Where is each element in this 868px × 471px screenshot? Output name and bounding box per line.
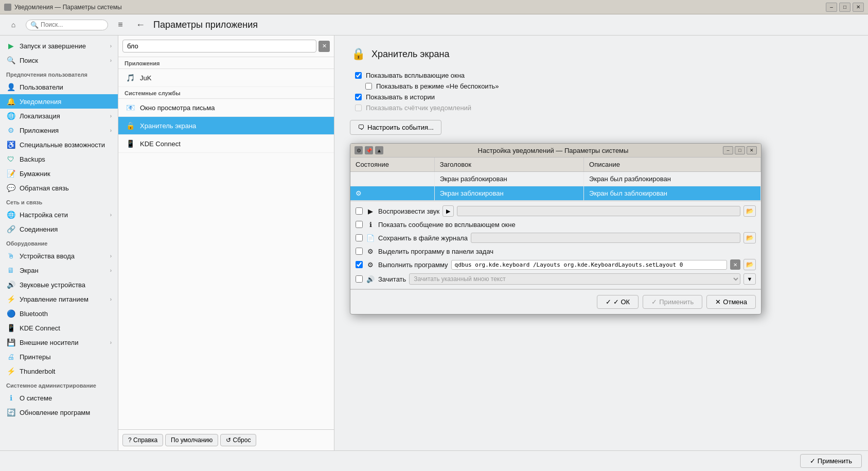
dialog-apply-button[interactable]: ✓ Применить bbox=[643, 295, 702, 309]
thunderbolt-icon: ⚡ bbox=[6, 367, 15, 376]
sidebar-item-notepad[interactable]: 📝 Бумажник bbox=[0, 166, 118, 181]
show-history-label: Показывать в истории bbox=[366, 93, 435, 101]
defaults-button[interactable]: По умолчанию bbox=[165, 434, 218, 446]
configure-events-icon: 🗨 bbox=[358, 124, 364, 131]
sidebar-item-label: Приложения bbox=[20, 127, 106, 134]
search-icon: 🔍 bbox=[30, 21, 39, 29]
sidebar-item-bluetooth[interactable]: 🔵 Bluetooth bbox=[0, 306, 118, 321]
sidebar-item-search[interactable]: 🔍 Поиск › bbox=[0, 53, 118, 67]
sidebar-item-locale[interactable]: 🌐 Локализация › bbox=[0, 109, 118, 123]
show-counter-checkbox[interactable] bbox=[355, 104, 362, 111]
sidebar-item-thunderbolt[interactable]: ⚡ Thunderbolt bbox=[0, 364, 118, 378]
sound-file-input[interactable] bbox=[457, 206, 740, 216]
search-input[interactable] bbox=[41, 21, 102, 28]
execute-program-checkbox[interactable] bbox=[356, 261, 363, 268]
sidebar-item-label: Обновление программ bbox=[20, 409, 112, 416]
apps-icon: ⚙ bbox=[6, 126, 15, 135]
back-button[interactable]: ← bbox=[133, 19, 148, 31]
sidebar-section-admin: Системное администрирование bbox=[0, 378, 118, 391]
sidebar-item-printers[interactable]: 🖨 Принтеры bbox=[0, 350, 118, 364]
list-item-juk[interactable]: 🎵 JuK bbox=[118, 69, 334, 87]
sidebar-item-label: Поиск bbox=[20, 57, 106, 64]
execute-clear-button[interactable]: ✕ bbox=[730, 259, 740, 270]
execute-program-input[interactable] bbox=[451, 260, 727, 270]
save-log-checkbox[interactable] bbox=[356, 234, 363, 241]
sidebar-item-accessibility[interactable]: ♿ Специальные возможности bbox=[0, 137, 118, 152]
execute-file-browse-button[interactable]: 📂 bbox=[743, 259, 756, 270]
col-desc: Описание bbox=[584, 158, 761, 172]
printers-icon: 🖨 bbox=[6, 352, 15, 361]
list-item-kde-connect2[interactable]: 📱 KDE Connect bbox=[118, 135, 334, 153]
sidebar-item-display[interactable]: 🖥 Экран › bbox=[0, 263, 118, 277]
sound-file-browse-button[interactable]: 📂 bbox=[743, 205, 756, 217]
show-popups-checkbox[interactable] bbox=[355, 72, 362, 79]
sidebar-item-label: Внешние носители bbox=[20, 339, 106, 346]
play-preview-button[interactable]: ▶ bbox=[442, 205, 454, 217]
table-row[interactable]: Экран разблокирован Экран был разблокиро… bbox=[350, 172, 761, 186]
backups-icon: 🛡 bbox=[6, 154, 15, 164]
sidebar-item-kde-connect[interactable]: 📱 KDE Connect bbox=[0, 321, 118, 335]
say-checkbox[interactable] bbox=[356, 275, 363, 283]
sidebar-item-label: Уведомления bbox=[20, 98, 112, 106]
help-button[interactable]: ? Справка bbox=[122, 434, 163, 446]
list-item-screensaver[interactable]: 🔒 Хранитель экрана bbox=[118, 117, 334, 135]
option-highlight-taskbar: ⚙ Выделить программу в панели задач bbox=[356, 247, 756, 256]
play-sound-checkbox[interactable] bbox=[356, 207, 363, 215]
sidebar-item-launch[interactable]: ▶ Запуск и завершение › bbox=[0, 39, 118, 53]
sidebar-item-backups[interactable]: 🛡 Backups bbox=[0, 152, 118, 166]
search-panel-footer: ? Справка По умолчанию ↺ Сброс bbox=[118, 429, 334, 450]
list-item-mail-viewer[interactable]: 📧 Окно просмотра письма bbox=[118, 99, 334, 117]
audio-icon: 🔊 bbox=[6, 280, 15, 289]
sidebar-item-feedback[interactable]: 💬 Обратная связь bbox=[0, 181, 118, 195]
configure-events-button[interactable]: 🗨 Настроить события... bbox=[350, 120, 441, 135]
feedback-icon: 💬 bbox=[6, 183, 15, 193]
show-popup-checkbox[interactable] bbox=[356, 221, 363, 228]
sidebar-item-users[interactable]: 👤 Пользователи bbox=[0, 80, 118, 94]
sidebar-item-label: О системе bbox=[20, 394, 112, 402]
table-row[interactable]: ⚙ Экран заблокирован Экран был заблокиро… bbox=[350, 186, 761, 201]
say-select[interactable]: Зачитать указанный мною текст bbox=[409, 273, 740, 285]
dnd-mode-checkbox[interactable] bbox=[365, 83, 372, 90]
highlight-taskbar-checkbox[interactable] bbox=[356, 248, 363, 255]
sidebar-item-power[interactable]: ⚡ Управление питанием › bbox=[0, 292, 118, 306]
app-search-input[interactable] bbox=[122, 40, 316, 53]
apps-section-label: Приложения bbox=[118, 57, 334, 69]
save-log-icon: 📄 bbox=[366, 233, 375, 242]
page-title: Параметры приложения bbox=[153, 20, 258, 30]
sidebar-item-label: Бумажник bbox=[20, 170, 112, 178]
checkbox-show-counter: Показывать счётчик уведомлений bbox=[355, 104, 853, 112]
title-bar-left: Уведомления — Параметры системы bbox=[4, 4, 122, 11]
log-file-browse-button[interactable]: 📂 bbox=[743, 232, 756, 243]
dialog-ok-button[interactable]: ✓ ✓ ОК bbox=[597, 295, 639, 309]
minimize-button[interactable]: – bbox=[826, 3, 837, 12]
menu-button[interactable]: ≡ bbox=[113, 18, 128, 32]
search-clear-button[interactable]: ✕ bbox=[318, 41, 330, 52]
home-button[interactable]: ⌂ bbox=[6, 18, 21, 32]
dialog-minimize-button[interactable]: – bbox=[723, 146, 733, 154]
search-input-row: ✕ bbox=[118, 36, 334, 57]
dialog-close-button[interactable]: ✕ bbox=[747, 146, 757, 154]
options-section: ▶ Воспроизвести звук ▶ 📂 ℹ Показать сооб… bbox=[350, 201, 761, 289]
sidebar-item-update[interactable]: 🔄 Обновление программ bbox=[0, 405, 118, 420]
sidebar-item-about[interactable]: ℹ О системе bbox=[0, 391, 118, 405]
dialog-cancel-button[interactable]: ✕ Отмена bbox=[706, 295, 756, 309]
users-icon: 👤 bbox=[6, 82, 15, 92]
dialog-maximize-button[interactable]: □ bbox=[735, 146, 745, 154]
apply-button[interactable]: ✓ Применить bbox=[800, 454, 862, 468]
sidebar-item-connections[interactable]: 🔗 Соединения bbox=[0, 222, 118, 236]
sidebar-item-audio[interactable]: 🔊 Звуковые устройства bbox=[0, 277, 118, 292]
close-button[interactable]: ✕ bbox=[853, 3, 864, 12]
log-file-input[interactable] bbox=[471, 233, 740, 243]
say-extra-button[interactable]: ▼ bbox=[743, 273, 756, 285]
reset-button[interactable]: ↺ Сброс bbox=[220, 434, 256, 446]
about-icon: ℹ bbox=[6, 393, 15, 403]
option-execute-program: ⚙ Выполнить программу ✕ 📂 bbox=[356, 259, 756, 270]
row-desc: Экран был разблокирован bbox=[584, 172, 761, 186]
maximize-button[interactable]: □ bbox=[839, 3, 851, 12]
sidebar-item-external-media[interactable]: 💾 Внешние носители › bbox=[0, 335, 118, 350]
show-history-checkbox[interactable] bbox=[355, 94, 362, 100]
sidebar-item-input-devices[interactable]: 🖱 Устройства ввода › bbox=[0, 249, 118, 263]
sidebar-item-notifications[interactable]: 🔔 Уведомления bbox=[0, 94, 118, 109]
sidebar-item-network-settings[interactable]: 🌐 Настройка сети › bbox=[0, 207, 118, 222]
sidebar-item-apps[interactable]: ⚙ Приложения › bbox=[0, 123, 118, 137]
